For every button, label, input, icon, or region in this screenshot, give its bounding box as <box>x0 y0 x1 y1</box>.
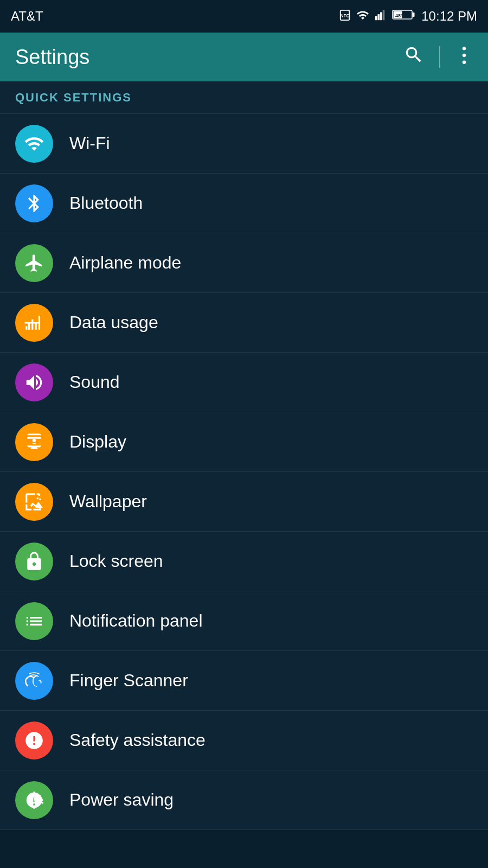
settings-item-safety-assistance[interactable]: Safety assistance <box>0 711 488 770</box>
airplane-icon <box>24 253 44 273</box>
svg-rect-4 <box>380 12 382 20</box>
settings-item-finger-scanner[interactable]: Finger Scanner <box>0 651 488 711</box>
svg-point-11 <box>463 53 466 56</box>
toolbar-divider <box>439 46 440 68</box>
wifi-status-icon <box>356 9 369 24</box>
wallpaper-icon <box>24 492 44 512</box>
svg-rect-5 <box>383 10 385 20</box>
power-saving-icon-circle <box>15 781 53 819</box>
sound-icon-circle <box>15 363 53 401</box>
wallpaper-icon-circle <box>15 483 53 521</box>
wifi-icon-circle <box>15 125 53 163</box>
finger-scanner-icon-circle <box>15 662 53 700</box>
settings-list: Wi-Fi Bluetooth Airplane mode Data usage <box>0 114 488 830</box>
status-bar: AT&T NFC <box>0 0 488 33</box>
settings-item-wifi[interactable]: Wi-Fi <box>0 114 488 174</box>
settings-item-display[interactable]: Display <box>0 412 488 472</box>
settings-item-airplane[interactable]: Airplane mode <box>0 233 488 293</box>
svg-rect-3 <box>378 14 380 20</box>
lock-screen-label: Lock screen <box>69 551 163 571</box>
battery-text: 48% <box>392 9 416 24</box>
nfc-icon: NFC <box>339 9 351 24</box>
finger-scanner-label: Finger Scanner <box>69 671 188 691</box>
app-bar: Settings <box>0 33 488 81</box>
notification-panel-icon-circle <box>15 602 53 640</box>
safety-assistance-label: Safety assistance <box>69 730 206 750</box>
airplane-icon-circle <box>15 244 53 282</box>
svg-point-10 <box>463 47 466 50</box>
settings-item-notification-panel[interactable]: Notification panel <box>0 591 488 651</box>
more-options-button[interactable] <box>455 45 473 69</box>
settings-item-sound[interactable]: Sound <box>0 353 488 412</box>
airplane-label: Airplane mode <box>69 253 181 273</box>
settings-item-wallpaper[interactable]: Wallpaper <box>0 472 488 532</box>
lock-screen-icon <box>24 551 44 572</box>
bluetooth-icon-circle <box>15 184 53 222</box>
wallpaper-label: Wallpaper <box>69 492 147 512</box>
data-usage-icon-circle <box>15 304 53 342</box>
signal-icon <box>375 9 387 24</box>
status-right: NFC 48% 10:12 PM <box>339 9 477 24</box>
settings-item-data-usage[interactable]: Data usage <box>0 293 488 353</box>
power-saving-icon <box>24 790 44 810</box>
settings-item-lock-screen[interactable]: Lock screen <box>0 532 488 591</box>
data-usage-label: Data usage <box>69 312 158 333</box>
sound-label: Sound <box>69 372 120 392</box>
svg-text:NFC: NFC <box>341 13 350 18</box>
display-icon-circle <box>15 423 53 461</box>
section-label: QUICK SETTINGS <box>15 91 132 105</box>
display-icon <box>24 432 44 452</box>
svg-point-12 <box>463 60 466 63</box>
finger-scanner-icon <box>24 671 44 691</box>
lock-screen-icon-circle <box>15 542 53 580</box>
time-text: 10:12 PM <box>421 9 477 24</box>
wifi-icon <box>24 133 44 154</box>
app-bar-actions <box>403 44 473 70</box>
sound-icon <box>24 372 44 393</box>
carrier-text: AT&T <box>11 9 43 24</box>
settings-item-bluetooth[interactable]: Bluetooth <box>0 174 488 233</box>
safety-assistance-icon-circle <box>15 722 53 760</box>
power-saving-label: Power saving <box>69 790 174 810</box>
quick-settings-header: QUICK SETTINGS <box>0 81 488 114</box>
data-usage-icon <box>24 312 44 333</box>
notification-panel-label: Notification panel <box>69 611 202 631</box>
display-label: Display <box>69 432 126 452</box>
svg-point-13 <box>33 438 36 442</box>
safety-assistance-icon <box>24 730 44 751</box>
bluetooth-icon <box>24 193 44 214</box>
notification-panel-icon <box>24 611 44 631</box>
svg-rect-7 <box>413 12 415 17</box>
bluetooth-label: Bluetooth <box>69 193 143 213</box>
settings-item-power-saving[interactable]: Power saving <box>0 770 488 830</box>
svg-text:48%: 48% <box>395 13 405 18</box>
page-title: Settings <box>15 46 89 69</box>
svg-rect-2 <box>375 16 377 20</box>
search-button[interactable] <box>403 44 424 70</box>
wifi-label: Wi-Fi <box>69 133 110 154</box>
